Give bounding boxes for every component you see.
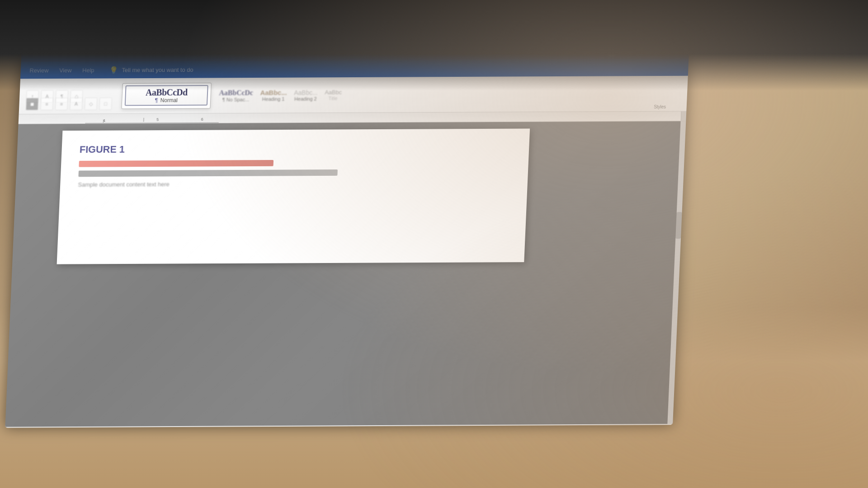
background-top [0,0,868,90]
screen-content-area: Document1 - Word U — □ ✕ Review View Hel… [5,42,689,428]
scrollbar-thumb[interactable] [675,212,682,239]
document-area: FIGURE 1 Sample document content text he… [5,121,686,427]
document-page[interactable]: FIGURE 1 Sample document content text he… [57,129,530,264]
vertical-scrollbar[interactable] [667,121,686,424]
scene: Document1 - Word U — □ ✕ Review View Hel… [0,0,868,488]
page-body-text: Sample document content text here [78,178,510,190]
